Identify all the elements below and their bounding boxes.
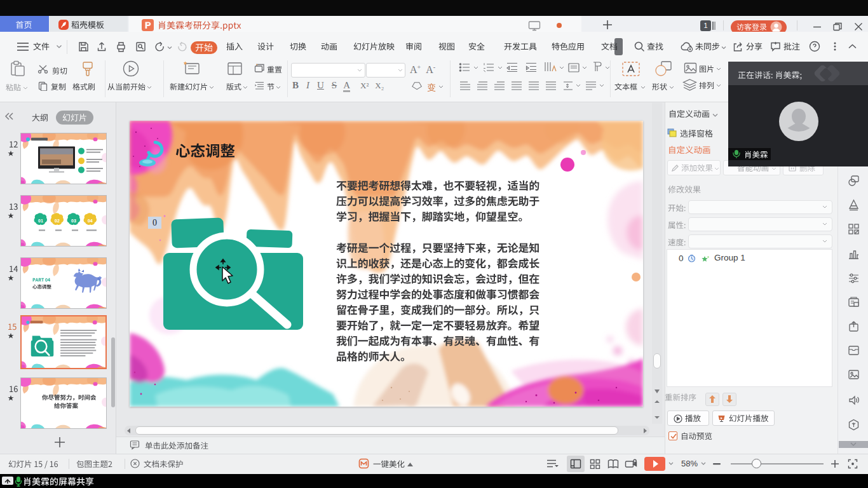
svg-text:02: 02 (55, 219, 60, 224)
svg-text:03: 03 (71, 219, 76, 224)
svg-text:04: 04 (88, 219, 93, 224)
svg-text:01: 01 (38, 219, 43, 224)
